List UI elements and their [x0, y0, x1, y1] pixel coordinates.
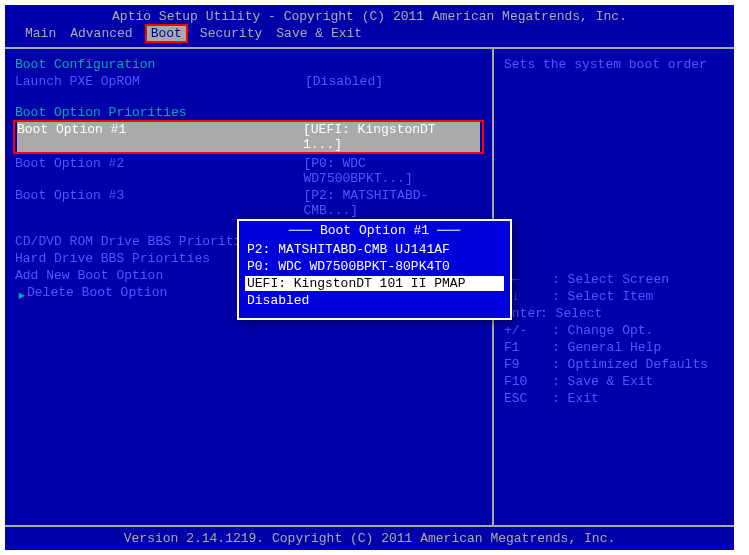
- boot-option-2[interactable]: Boot Option #2 [P0: WDC WD7500BPKT...]: [15, 156, 482, 186]
- popup-item-4[interactable]: Disabled: [245, 293, 504, 308]
- key-desc-save: : Save & Exit: [552, 374, 653, 389]
- popup-item-3[interactable]: UEFI: KingstonDT 101 II PMAP: [245, 276, 504, 291]
- key-desc-defaults: : Optimized Defaults: [552, 357, 708, 372]
- pxe-value: [Disabled]: [305, 74, 383, 89]
- section-boot-config: Boot Configuration: [15, 57, 482, 72]
- key-esc: ESC: [504, 391, 552, 406]
- opt3-value: [P2: MATSHITABD-CMB...]: [304, 188, 483, 218]
- opt1-value: [UEFI: KingstonDT 1...]: [303, 122, 480, 152]
- key-desc-select: : Select: [540, 306, 602, 321]
- tab-security[interactable]: Security: [200, 26, 262, 41]
- version-footer: Version 2.14.1219. Copyright (C) 2011 Am…: [5, 527, 734, 550]
- key-desc-item: : Select Item: [552, 289, 653, 304]
- boot-option-popup: ─── Boot Option #1 ─── P2: MATSHITABD-CM…: [237, 219, 512, 320]
- opt3-label: Boot Option #3: [15, 188, 304, 218]
- main-area: Boot Configuration Launch PXE OpROM [Dis…: [5, 47, 734, 527]
- utility-title: Aptio Setup Utility - Copyright (C) 2011…: [5, 5, 734, 26]
- section-priorities: Boot Option Priorities: [15, 105, 482, 120]
- left-pane: Boot Configuration Launch PXE OpROM [Dis…: [5, 49, 494, 525]
- key-desc-change: : Change Opt.: [552, 323, 653, 338]
- tab-advanced[interactable]: Advanced: [70, 26, 132, 41]
- tab-boot[interactable]: Boot: [145, 24, 188, 43]
- help-description: Sets the system boot order: [504, 57, 724, 72]
- boot-option-1-highlight: Boot Option #1 [UEFI: KingstonDT 1...]: [13, 120, 484, 154]
- key-f9: F9: [504, 357, 552, 372]
- bios-screen: Aptio Setup Utility - Copyright (C) 2011…: [5, 5, 734, 550]
- popup-item-1[interactable]: P2: MATSHITABD-CMB UJ141AF: [245, 242, 504, 257]
- opt1-label: Boot Option #1: [17, 122, 303, 152]
- help-keys: →←: Select Screen ↑↓: Select Item Enter:…: [504, 272, 724, 406]
- boot-option-1[interactable]: Boot Option #1 [UEFI: KingstonDT 1...]: [17, 122, 480, 152]
- pxe-label: Launch PXE OpROM: [15, 74, 305, 89]
- key-plus-minus: +/-: [504, 323, 552, 338]
- popup-title: ─── Boot Option #1 ───: [245, 223, 504, 238]
- tab-main[interactable]: Main: [25, 26, 56, 41]
- tab-bar: Main Advanced Boot Security Save & Exit: [5, 26, 734, 47]
- boot-option-3[interactable]: Boot Option #3 [P2: MATSHITABD-CMB...]: [15, 188, 482, 218]
- item-pxe[interactable]: Launch PXE OpROM [Disabled]: [15, 74, 482, 89]
- key-desc-screen: : Select Screen: [552, 272, 669, 287]
- arrow-icon: ▸: [17, 285, 27, 305]
- help-pane: Sets the system boot order →←: Select Sc…: [494, 49, 734, 525]
- tab-save-exit[interactable]: Save & Exit: [276, 26, 362, 41]
- key-f10: F10: [504, 374, 552, 389]
- key-f1: F1: [504, 340, 552, 355]
- key-desc-exit: : Exit: [552, 391, 599, 406]
- popup-item-2[interactable]: P0: WDC WD7500BPKT-80PK4T0: [245, 259, 504, 274]
- key-desc-help: : General Help: [552, 340, 661, 355]
- opt2-label: Boot Option #2: [15, 156, 304, 186]
- opt2-value: [P0: WDC WD7500BPKT...]: [304, 156, 483, 186]
